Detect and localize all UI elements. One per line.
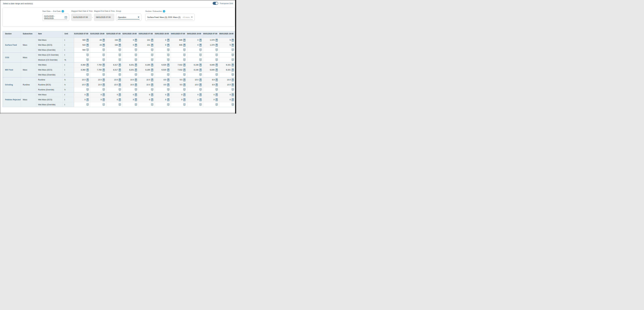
value-cell[interactable]: 43: [90, 38, 106, 42]
value-cell[interactable]: 9.5: [171, 78, 187, 82]
value-cell[interactable]: [219, 102, 235, 107]
comment-icon[interactable]: [86, 54, 89, 56]
comment-icon[interactable]: [135, 88, 137, 91]
value-cell[interactable]: 8,201: [122, 68, 138, 72]
value-cell[interactable]: 645: [171, 38, 187, 42]
value-cell[interactable]: 0: [138, 97, 155, 102]
calculator-icon[interactable]: [216, 68, 218, 71]
value-cell[interactable]: [90, 48, 106, 52]
calculator-icon[interactable]: [102, 93, 105, 96]
comment-icon[interactable]: [216, 88, 218, 91]
comment-icon[interactable]: [151, 88, 153, 91]
calculator-icon[interactable]: [232, 78, 234, 81]
calculator-icon[interactable]: [119, 84, 121, 86]
value-cell[interactable]: [155, 52, 171, 58]
value-cell[interactable]: [187, 58, 203, 62]
value-cell[interactable]: 10.0: [219, 78, 235, 82]
value-cell[interactable]: [219, 52, 235, 58]
comment-icon[interactable]: [232, 54, 234, 56]
value-cell[interactable]: 8,331: [219, 68, 235, 72]
comment-icon[interactable]: [200, 103, 202, 106]
value-cell[interactable]: [219, 87, 235, 92]
value-cell[interactable]: 0: [187, 42, 203, 48]
value-cell[interactable]: 0: [122, 92, 138, 97]
comment-icon[interactable]: [119, 48, 121, 51]
value-cell[interactable]: 43: [90, 42, 106, 48]
calculator-icon[interactable]: [119, 64, 121, 66]
value-cell[interactable]: 0: [74, 97, 90, 102]
calculator-icon[interactable]: [200, 64, 202, 66]
value-cell[interactable]: 5: [219, 42, 235, 48]
value-cell[interactable]: [187, 102, 203, 107]
calendar-icon[interactable]: [64, 16, 67, 18]
comment-icon[interactable]: [119, 58, 121, 61]
value-cell[interactable]: 10.0: [122, 78, 138, 82]
calculator-icon[interactable]: [167, 64, 170, 66]
value-cell[interactable]: [74, 52, 90, 58]
group-select[interactable]: Operation: [116, 14, 141, 21]
value-cell[interactable]: [106, 52, 122, 58]
calculator-icon[interactable]: [167, 98, 170, 101]
comment-icon[interactable]: [200, 58, 202, 61]
calculator-icon[interactable]: [183, 93, 186, 96]
value-cell[interactable]: [138, 102, 155, 107]
value-cell[interactable]: 8.9: [155, 78, 171, 82]
value-cell[interactable]: [122, 48, 138, 52]
value-cell[interactable]: 0: [90, 92, 106, 97]
value-cell[interactable]: 5: [219, 38, 235, 42]
comment-icon[interactable]: [232, 88, 234, 91]
info-icon[interactable]: [62, 10, 64, 12]
calculator-icon[interactable]: [200, 98, 202, 101]
value-cell[interactable]: 7,032: [171, 68, 187, 72]
calculator-icon[interactable]: [151, 98, 153, 101]
value-cell[interactable]: 10.0: [138, 82, 155, 87]
value-cell[interactable]: [203, 48, 219, 52]
value-cell[interactable]: 8,317: [106, 62, 122, 68]
comment-icon[interactable]: [167, 73, 170, 76]
value-cell[interactable]: [122, 102, 138, 107]
value-cell[interactable]: [187, 48, 203, 52]
value-cell[interactable]: [171, 72, 187, 78]
comment-icon[interactable]: [167, 88, 170, 91]
comment-icon[interactable]: [135, 103, 137, 106]
value-cell[interactable]: 7,032: [171, 62, 187, 68]
comment-icon[interactable]: [232, 48, 234, 51]
value-cell[interactable]: [90, 72, 106, 78]
value-cell[interactable]: [203, 87, 219, 92]
value-cell[interactable]: 0: [90, 97, 106, 102]
value-cell[interactable]: [90, 58, 106, 62]
comment-icon[interactable]: [102, 58, 105, 61]
value-cell[interactable]: 560: [74, 38, 90, 42]
calculator-icon[interactable]: [216, 98, 218, 101]
calculator-icon[interactable]: [232, 84, 234, 86]
calculator-icon[interactable]: [151, 93, 153, 96]
comment-icon[interactable]: [167, 54, 170, 56]
comment-icon[interactable]: [102, 48, 105, 51]
value-cell[interactable]: 194: [106, 42, 122, 48]
value-cell[interactable]: [171, 87, 187, 92]
value-cell[interactable]: [219, 48, 235, 52]
value-cell[interactable]: 8,108: [187, 68, 203, 72]
comment-icon[interactable]: [200, 48, 202, 51]
date-range-input[interactable]: 01/01/2025 - 05/01/2025: [42, 14, 69, 21]
value-cell[interactable]: 544: [74, 42, 90, 48]
value-cell[interactable]: 131: [138, 42, 155, 48]
value-cell[interactable]: [155, 72, 171, 78]
value-cell[interactable]: [106, 58, 122, 62]
calculator-icon[interactable]: [167, 39, 170, 42]
calculator-icon[interactable]: [151, 68, 153, 71]
calculator-icon[interactable]: [86, 39, 89, 42]
value-cell[interactable]: 560: [74, 48, 90, 52]
calculator-icon[interactable]: [102, 68, 105, 71]
comment-icon[interactable]: [167, 58, 170, 61]
comment-icon[interactable]: [232, 58, 234, 61]
value-cell[interactable]: 7,750: [90, 62, 106, 68]
calculator-icon[interactable]: [86, 93, 89, 96]
calculator-icon[interactable]: [102, 44, 105, 46]
calculator-icon[interactable]: [216, 84, 218, 86]
comment-icon[interactable]: [151, 103, 153, 106]
calculator-icon[interactable]: [232, 64, 234, 66]
value-cell[interactable]: 8,317: [106, 68, 122, 72]
value-cell[interactable]: [106, 87, 122, 92]
value-cell[interactable]: 10.0: [138, 78, 155, 82]
